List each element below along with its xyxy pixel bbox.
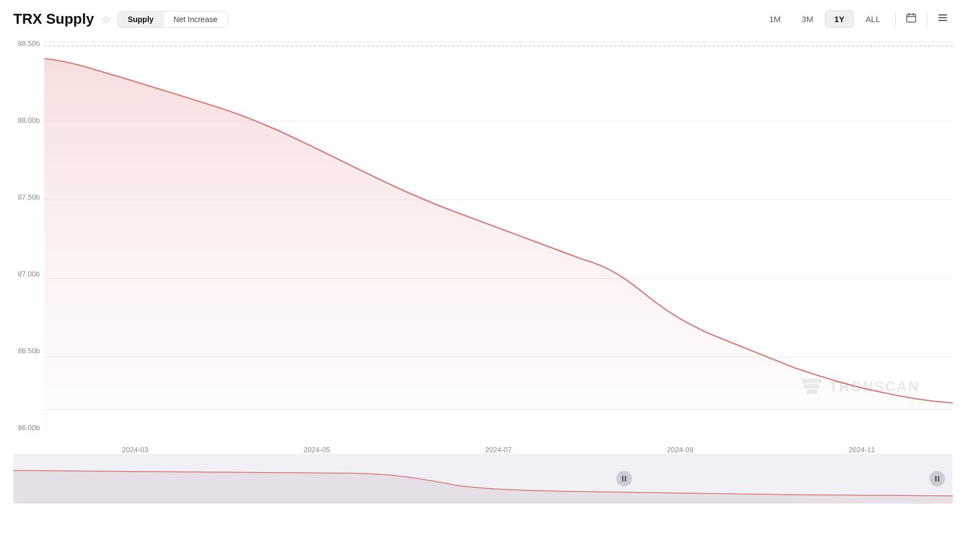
y-label-4: 87.00b — [4, 270, 40, 278]
pause-button-right[interactable] — [929, 471, 945, 486]
pause-button-left[interactable] — [616, 471, 632, 486]
watermark: TRONSCAN — [799, 374, 920, 399]
y-label-3: 87.50b — [4, 193, 40, 201]
svg-rect-14 — [802, 379, 822, 383]
period-3m[interactable]: 3M — [792, 11, 823, 28]
y-label-2: 88.00b — [4, 116, 40, 124]
svg-rect-0 — [907, 14, 916, 22]
y-label-6: 86.00b — [4, 423, 40, 432]
main-chart-svg — [44, 34, 953, 432]
watermark-text: TRONSCAN — [829, 378, 920, 395]
mini-chart-svg — [13, 454, 953, 504]
divider — [895, 13, 896, 26]
period-all[interactable]: ALL — [856, 11, 890, 28]
favorite-icon[interactable]: ☆ — [101, 13, 111, 26]
tab-supply[interactable]: Supply — [118, 12, 164, 27]
mini-chart[interactable] — [13, 454, 953, 504]
svg-rect-21 — [938, 476, 939, 482]
header: TRX Supply ☆ Supply Net Increase 1M 3M 1… — [0, 0, 966, 34]
y-axis: 88.50b 88.00b 87.50b 87.00b 86.50b 86.00… — [0, 34, 44, 454]
svg-rect-18 — [622, 476, 624, 482]
x-label-3: 2024-07 — [485, 446, 512, 454]
svg-rect-15 — [804, 384, 819, 389]
period-1m[interactable]: 1M — [760, 11, 790, 28]
tab-group: Supply Net Increase — [117, 11, 228, 28]
tab-net-increase[interactable]: Net Increase — [164, 12, 227, 27]
svg-rect-19 — [625, 476, 626, 482]
x-label-5: 2024-11 — [849, 446, 875, 454]
header-left: TRX Supply ☆ Supply Net Increase — [13, 11, 228, 28]
y-label-5: 86.50b — [4, 347, 40, 355]
svg-rect-20 — [935, 476, 937, 482]
divider2 — [927, 13, 927, 26]
x-label-2: 2024-05 — [304, 446, 330, 454]
menu-icon[interactable] — [933, 10, 953, 28]
period-1y[interactable]: 1Y — [825, 11, 854, 28]
page-container: TRX Supply ☆ Supply Net Increase 1M 3M 1… — [0, 0, 966, 560]
chart-area: 88.50b 88.00b 87.50b 87.00b 86.50b 86.00… — [0, 34, 966, 454]
header-right: 1M 3M 1Y ALL — [760, 10, 953, 28]
chart-svg-container: TRONSCAN 2024-03 2024-05 2024-07 2024-09… — [44, 34, 953, 454]
calendar-icon[interactable] — [901, 10, 921, 28]
x-axis: 2024-03 2024-05 2024-07 2024-09 2024-11 — [44, 443, 953, 454]
x-label-4: 2024-09 — [667, 446, 694, 454]
x-label-1: 2024-03 — [122, 446, 148, 454]
y-label-1: 88.50b — [4, 39, 40, 48]
page-title: TRX Supply — [13, 11, 94, 28]
svg-rect-16 — [806, 390, 817, 394]
